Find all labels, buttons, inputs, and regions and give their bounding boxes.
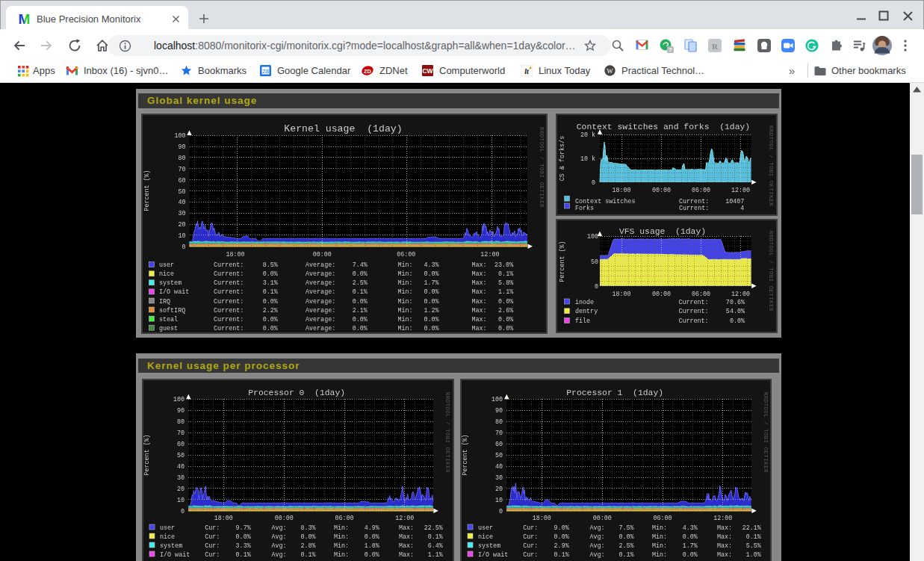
svg-text:file: file [575, 317, 590, 325]
svg-text:20: 20 [178, 221, 185, 229]
svg-text:50: 50 [494, 452, 502, 459]
svg-text:Context switches and forks (1: Context switches and forks (1day) [577, 123, 750, 131]
svg-text:0.1%: 0.1% [300, 551, 316, 558]
svg-text:Avg:: Avg: [589, 524, 604, 531]
svg-text:RRDTOOL / TOBI OETIKER: RRDTOOL / TOBI OETIKER [768, 231, 774, 312]
svg-text:0.0%: 0.0% [424, 297, 439, 305]
svg-text:30: 30 [177, 474, 185, 482]
svg-text:50: 50 [177, 452, 185, 459]
svg-text:Current:: Current: [678, 308, 708, 315]
svg-text:90: 90 [494, 407, 502, 415]
svg-text:user: user [478, 524, 493, 531]
svg-text:Cur:: Cur: [523, 551, 538, 558]
svg-text:0.0%: 0.0% [424, 288, 439, 296]
svg-text:Avg:: Avg: [589, 533, 604, 540]
svg-text:12:00: 12:00 [731, 187, 750, 194]
svg-text:60: 60 [178, 176, 185, 184]
svg-text:12:00: 12:00 [731, 291, 750, 298]
svg-text:M: M [19, 13, 31, 25]
svg-text:Max:: Max: [471, 288, 486, 296]
svg-text:8.5%: 8.5% [262, 261, 278, 269]
svg-text:Min:: Min: [334, 533, 349, 540]
svg-text:Average:: Average: [306, 297, 335, 305]
svg-text:Max:: Max: [471, 270, 486, 278]
svg-text:Max:: Max: [716, 542, 731, 549]
svg-text:90: 90 [178, 143, 185, 151]
svg-text:0.0%: 0.0% [682, 551, 698, 558]
svg-text:0.0%: 0.0% [365, 551, 380, 558]
svg-text:0.0%: 0.0% [262, 324, 278, 332]
svg-text:Processor 0 (1day): Processor 0 (1day) [248, 388, 345, 397]
svg-text:Avg:: Avg: [272, 542, 287, 549]
svg-text:Percent (%): Percent (%) [559, 241, 566, 282]
svg-text:8.3%: 8.3% [300, 524, 316, 531]
svg-text:7.5%: 7.5% [618, 524, 634, 531]
svg-text:54.0%: 54.0% [726, 308, 745, 315]
svg-text:90: 90 [177, 407, 185, 415]
svg-text:22.5%: 22.5% [424, 524, 444, 531]
svg-text:00:00: 00:00 [312, 251, 331, 258]
svg-text:0.0%: 0.0% [262, 315, 278, 323]
svg-text:Avg:: Avg: [589, 551, 604, 558]
svg-text:0.0%: 0.0% [352, 324, 368, 332]
svg-text:0.1%: 0.1% [262, 288, 278, 296]
svg-text:Cur:: Cur: [205, 533, 220, 540]
svg-text:Percent (%): Percent (%) [462, 434, 469, 475]
svg-text:40: 40 [494, 463, 502, 471]
svg-text:5.5%: 5.5% [745, 542, 761, 549]
svg-text:50: 50 [178, 187, 185, 195]
svg-text:Max:: Max: [471, 297, 486, 305]
svg-text:Max:: Max: [716, 533, 731, 540]
svg-text:W: W [607, 67, 613, 75]
svg-text:00:00: 00:00 [275, 514, 294, 521]
svg-text:28: 28 [262, 68, 269, 75]
svg-text:Cur:: Cur: [523, 533, 538, 540]
svg-text:0: 0 [181, 507, 185, 515]
svg-text:VFS usage (1day): VFS usage (1day) [619, 227, 706, 236]
svg-text:Max:: Max: [471, 306, 486, 314]
svg-text:0.0%: 0.0% [352, 315, 368, 323]
svg-text:23.0%: 23.0% [494, 261, 514, 269]
svg-text:2.2%: 2.2% [262, 306, 278, 314]
svg-text:0.0%: 0.0% [424, 270, 439, 278]
svg-text:10: 10 [494, 496, 502, 503]
svg-text:Min:: Min: [397, 261, 412, 269]
svg-text:Avg:: Avg: [589, 542, 604, 549]
svg-text:50: 50 [591, 258, 598, 266]
svg-text:0: 0 [182, 243, 185, 250]
svg-text:9.7%: 9.7% [236, 524, 252, 531]
svg-text:Cur:: Cur: [205, 551, 220, 558]
svg-text:nice: nice [160, 533, 175, 540]
svg-text:guest: guest [159, 324, 178, 332]
svg-text:Max:: Max: [399, 551, 414, 558]
svg-text:Current:: Current: [214, 279, 244, 287]
svg-text:100: 100 [173, 396, 185, 403]
svg-text:2.5%: 2.5% [618, 542, 634, 549]
svg-text:6.4%: 6.4% [428, 542, 444, 549]
svg-text:18:00: 18:00 [612, 187, 630, 194]
svg-text:5.8%: 5.8% [498, 279, 514, 287]
svg-text:I/O wait: I/O wait [159, 288, 189, 296]
svg-text:1.7%: 1.7% [682, 542, 698, 549]
svg-text:100: 100 [587, 233, 598, 241]
svg-text:Avg:: Avg: [272, 551, 287, 558]
svg-text:12:00: 12:00 [480, 251, 499, 258]
svg-text:3.3%: 3.3% [236, 542, 252, 549]
svg-text:CS & forks/s: CS & forks/s [559, 135, 566, 180]
svg-text:RRDTOOL / TOBI OETIKER: RRDTOOL / TOBI OETIKER [768, 125, 774, 206]
svg-text:0.0%: 0.0% [236, 533, 252, 540]
svg-text:softIRQ: softIRQ [159, 306, 185, 314]
svg-text:R: R [712, 42, 719, 51]
svg-text:dentry: dentry [575, 308, 598, 315]
svg-text:Min:: Min: [397, 279, 412, 287]
svg-text:Current:: Current: [214, 306, 244, 314]
svg-text:Min:: Min: [397, 306, 412, 314]
svg-text:Min:: Min: [334, 551, 349, 558]
svg-text:Percent (%): Percent (%) [143, 170, 150, 211]
svg-text:18:00: 18:00 [612, 291, 630, 298]
svg-text:IRQ: IRQ [159, 297, 170, 305]
svg-text:80: 80 [494, 418, 502, 426]
svg-text:0.0%: 0.0% [554, 533, 569, 540]
svg-text:Cur:: Cur: [205, 542, 220, 549]
svg-text:1.2%: 1.2% [424, 306, 439, 314]
